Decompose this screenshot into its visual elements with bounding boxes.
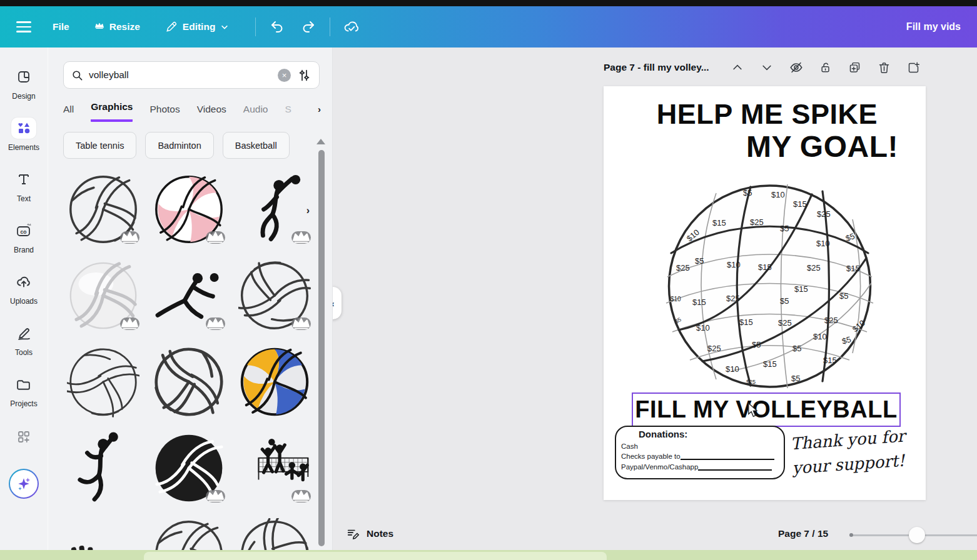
search-result-volleyball-swoosh-outline[interactable] (236, 258, 313, 334)
poster-title-line1: HELP ME SPIKE (604, 99, 926, 130)
donation-amount-label: $15 (758, 262, 772, 272)
search-result-volleyball-partial-2[interactable] (236, 516, 313, 550)
tab-graphics[interactable]: Graphics (91, 101, 133, 122)
tab-photos[interactable]: Photos (149, 104, 180, 122)
pro-crown-badge (120, 231, 139, 244)
search-icon (71, 69, 83, 81)
toolbar-divider (330, 18, 330, 36)
lock-page-button[interactable] (819, 61, 833, 74)
donation-amount-label: $5 (839, 291, 848, 301)
sidebar-item-label: Elements (8, 143, 39, 152)
undo-button[interactable] (266, 16, 288, 38)
search-result-volleyball-partial[interactable] (150, 516, 228, 550)
thank-you-text[interactable]: Thank you for your support! (790, 423, 921, 481)
pro-crown-badge (291, 318, 311, 330)
sidebar-item-apps[interactable] (11, 426, 36, 448)
chip-badminton[interactable]: Badminton (145, 132, 213, 159)
tab-all[interactable]: All (63, 104, 74, 122)
tabs-scroll-right-icon[interactable]: › (318, 104, 321, 114)
move-page-up-button[interactable] (731, 61, 744, 74)
donation-amount-label: $5 (695, 256, 704, 266)
delete-page-button[interactable] (878, 61, 891, 74)
search-result-volleyball-blue-yellow[interactable] (236, 344, 313, 420)
poster-title[interactable]: HELP ME SPIKE MY GOAL! (604, 86, 926, 164)
search-result-volleyball-pink[interactable] (150, 171, 228, 248)
donation-amount-label: $5 (674, 316, 682, 325)
search-result-partial-item[interactable] (64, 516, 142, 550)
editing-mode-label: Editing (183, 21, 216, 32)
sidebar-item-label: Brand (14, 246, 34, 254)
editing-mode-dropdown[interactable]: Editing (165, 21, 230, 33)
file-menu-button[interactable]: File (53, 21, 69, 32)
chip-basketball[interactable]: Basketball (223, 132, 290, 159)
search-result-player-digging-silhouette[interactable] (150, 258, 228, 334)
sidebar-item-design[interactable]: Design (11, 66, 36, 101)
pro-crown-badge (206, 231, 225, 244)
move-page-down-button[interactable] (760, 61, 774, 74)
resize-label: Resize (109, 21, 140, 32)
donations-heading: Donations: (639, 429, 777, 439)
clear-search-button[interactable]: × (278, 69, 291, 82)
search-result-player-spiking-silhouette[interactable] (236, 171, 313, 248)
cloud-save-status-button[interactable] (340, 16, 363, 38)
resize-button[interactable]: Resize (94, 21, 140, 32)
mouse-cursor (746, 402, 760, 418)
tab-audio[interactable]: Audio (243, 104, 268, 122)
search-result-volleyball-outline[interactable] (64, 171, 142, 248)
ai-assistant-button[interactable] (9, 469, 39, 499)
panel-scrollbar[interactable] (318, 150, 325, 546)
panel-scroll-up-arrow[interactable] (316, 139, 325, 144)
fill-my-volleyball-text[interactable]: FILL MY VOLLEYBALL (635, 396, 897, 423)
notes-button[interactable]: Notes (347, 527, 393, 541)
donation-amount-label: $10 (696, 323, 710, 332)
sidebar-item-brand[interactable]: co Brand (11, 220, 36, 254)
text-selection-box[interactable]: FILL MY VOLLEYBALL (632, 392, 901, 427)
elements-panel: × All Graphics Photos Videos Audio S › T… (48, 48, 333, 550)
chevron-up-icon (731, 61, 744, 74)
sidebar-item-uploads[interactable]: Uploads (10, 271, 38, 306)
hide-page-button[interactable] (789, 61, 803, 74)
tab-truncated[interactable]: S (285, 104, 291, 122)
search-input[interactable] (89, 69, 272, 81)
add-page-button[interactable] (907, 61, 921, 74)
search-result-volleyball-outline-thin[interactable] (64, 344, 142, 420)
donation-amount-label: $25 (750, 218, 764, 227)
search-result-volleyball-outline-bold[interactable] (150, 344, 228, 420)
donation-amount-label: $15 (823, 356, 837, 365)
design-page[interactable]: HELP ME SPIKE MY GOAL! (604, 86, 926, 500)
donation-amount-label: $25 (824, 316, 838, 325)
zoom-slider[interactable] (849, 529, 977, 541)
duplicate-page-button[interactable] (848, 61, 862, 74)
redo-button[interactable] (297, 16, 320, 38)
pro-crown-badge (120, 318, 139, 330)
search-result-volleyball-solid-black[interactable] (150, 430, 228, 506)
fundraiser-volleyball-graphic[interactable]: $5$10$15$25$15$25$5$5$10$10$5$25$10$15$2… (665, 183, 874, 389)
page-indicator[interactable]: Page 7 / 15 (778, 528, 828, 539)
donation-amount-label: $5 (780, 224, 789, 233)
donation-amount-label: $15 (793, 199, 807, 209)
page-title[interactable]: Page 7 - fill my volley... (604, 62, 709, 73)
sidebar-item-text[interactable]: Text (11, 169, 36, 203)
filter-button[interactable] (296, 68, 311, 82)
toolbar-divider (255, 18, 256, 36)
search-result-volleyball-gray-3d[interactable] (64, 258, 142, 334)
sidebar-item-elements[interactable]: Elements (8, 118, 39, 152)
menu-hamburger-button[interactable] (16, 21, 31, 32)
pro-crown-badge (206, 490, 225, 502)
chip-table-tennis[interactable]: Table tennis (63, 132, 136, 159)
sidebar-item-tools[interactable]: Tools (11, 322, 36, 357)
desktop-taskbar-strip (0, 550, 977, 560)
donation-amount-label: $10 (685, 228, 701, 243)
sidebar-item-projects[interactable]: Projects (10, 374, 37, 408)
tab-videos[interactable]: Videos (197, 104, 226, 122)
project-title[interactable]: Fill my vids (906, 21, 961, 32)
tools-pen-icon (11, 322, 36, 344)
sidebar-item-label: Uploads (10, 297, 38, 306)
related-search-chips: Table tennis Badminton Basketball (63, 132, 326, 159)
search-result-beach-volleyball-net-scene[interactable] (236, 430, 313, 506)
search-result-player-serving-silhouette[interactable] (64, 430, 142, 506)
zoom-slider-thumb[interactable] (909, 527, 925, 543)
donations-box[interactable]: Donations: Cash Checks payable to Paypal… (615, 426, 785, 479)
chevron-down-icon (761, 61, 773, 74)
sidebar-rail: Design Elements Text co Brand (0, 48, 48, 550)
